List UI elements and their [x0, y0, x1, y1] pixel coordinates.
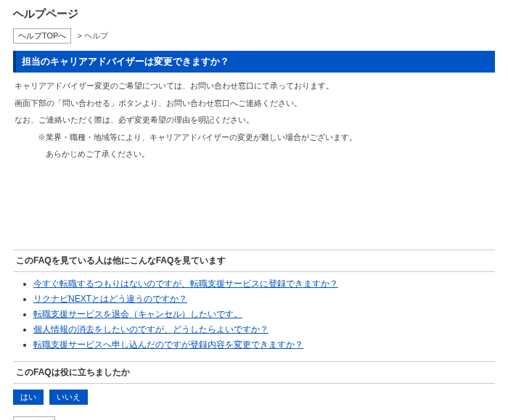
related-faq-heading: このFAQを見ている人は他にこんなFAQを見ています [13, 250, 495, 272]
article-body: キャリアアドバイザー変更のご希望については、お問い合わせ窓口にて承っております。… [13, 73, 495, 170]
article-text: キャリアアドバイザー変更のご希望については、お問い合わせ窓口にて承っております。 [15, 80, 493, 93]
related-faq-link[interactable]: 今すぐ転職するつもりはないのですが、転職支援サービスに登録できますか？ [33, 279, 338, 289]
article-note: あらかじめご了承ください。 [15, 148, 493, 161]
help-top-button[interactable]: ヘルプTOPへ [13, 28, 71, 44]
article-heading: 担当のキャリアアドバイザーは変更できますか？ [13, 51, 495, 73]
list-item: 転職支援サービスへ申し込んだのですが登録内容を変更できますか？ [33, 339, 495, 351]
breadcrumb: ヘルプTOPへ > ヘルプ [13, 28, 495, 44]
article-note: ※業界・職種・地域等により、キャリアアドバイザーの変更が難しい場合がございます。 [15, 131, 493, 144]
vote-heading: このFAQは役に立ちましたか [13, 361, 495, 384]
related-faq-link[interactable]: 転職支援サービスを退会（キャンセル）したいです。 [33, 309, 242, 319]
article-text: 画面下部の「問い合わせる」ボタンより、お問い合わせ窓口へご連絡ください。 [15, 97, 493, 110]
related-faq-link[interactable]: リクナビNEXTとはどう違うのですか？ [33, 294, 187, 304]
vote-row: はい いいえ [13, 390, 495, 405]
list-item: 個人情報の消去をしたいのですが、どうしたらよいですか？ [33, 324, 495, 336]
list-item: 今すぐ転職するつもりはないのですが、転職支援サービスに登録できますか？ [33, 278, 495, 290]
related-faq-link[interactable]: 転職支援サービスへ申し込んだのですが登録内容を変更できますか？ [33, 339, 303, 350]
vote-no-button[interactable]: いいえ [49, 390, 88, 405]
list-item: 転職支援サービスを退会（キャンセル）したいです。 [33, 308, 495, 321]
list-item: リクナビNEXTとはどう違うのですか？ [33, 293, 495, 305]
page-title: ヘルプページ [13, 7, 495, 21]
article-text: なお、ご連絡いただく際は、必ず変更希望の理由を明記ください。 [15, 114, 493, 127]
vote-yes-button[interactable]: はい [13, 390, 44, 405]
related-faq-list: 今すぐ転職するつもりはないのですが、転職支援サービスに登録できますか？ リクナビ… [13, 278, 495, 351]
breadcrumb-current: > ヘルプ [77, 30, 107, 41]
related-faq-link[interactable]: 個人情報の消去をしたいのですが、どうしたらよいですか？ [33, 324, 269, 334]
